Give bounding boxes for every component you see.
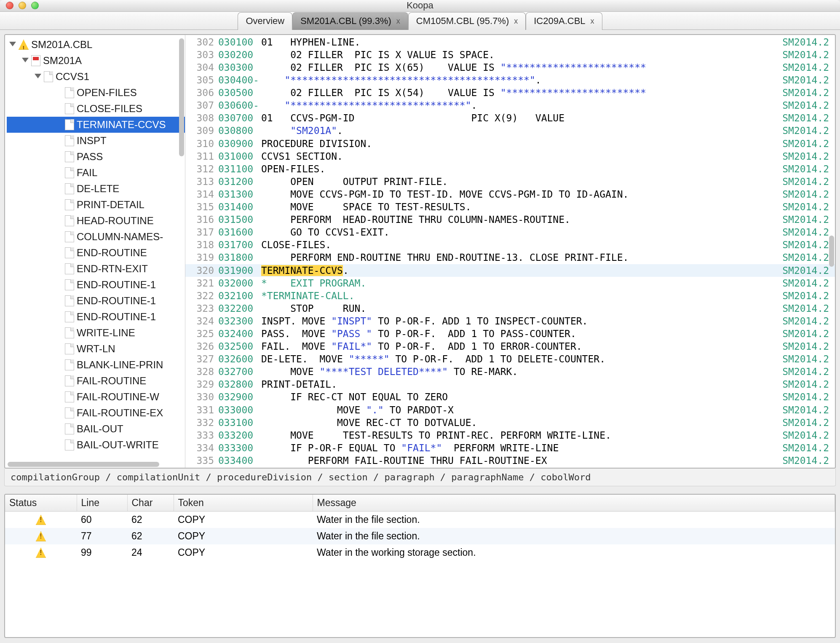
- source-text: 01 CCVS-PGM-ID PIC X(9) VALUE: [261, 112, 772, 124]
- tree-node[interactable]: PASS: [7, 149, 185, 165]
- tree-node[interactable]: BLANK-LINE-PRIN: [7, 357, 185, 373]
- col-status[interactable]: Status: [5, 495, 77, 512]
- tree-node[interactable]: BAIL-OUT: [7, 421, 185, 437]
- tree-node[interactable]: END-ROUTINE: [7, 245, 185, 261]
- message-row[interactable]: 9924COPYWater in the working storage sec…: [5, 544, 835, 561]
- code-line[interactable]: 306030500 02 FILLER PIC IS X(54) VALUE I…: [185, 86, 835, 99]
- source-tag: SM2014.2: [772, 74, 835, 86]
- tree-node[interactable]: OPEN-FILES: [7, 85, 185, 101]
- code-line[interactable]: 310030900 PROCEDURE DIVISION.SM2014.2: [185, 137, 835, 150]
- col-char[interactable]: Char: [127, 495, 174, 512]
- tree-node[interactable]: SM201A.CBL: [7, 37, 185, 53]
- messages-panel[interactable]: Status Line Char Token Message 6062COPYW…: [4, 494, 836, 638]
- code-line[interactable]: 321032000* EXIT PROGRAM.SM2014.2: [185, 277, 835, 289]
- col-message[interactable]: Message: [313, 495, 835, 512]
- code-line[interactable]: 305030400- "****************************…: [185, 74, 835, 86]
- code-line[interactable]: 312031100 OPEN-FILES.SM2014.2: [185, 163, 835, 175]
- tree-node[interactable]: FAIL-ROUTINE-W: [7, 389, 185, 405]
- code-line[interactable]: 333033200 MOVE TEST-RESULTS TO PRINT-REC…: [185, 429, 835, 442]
- code-line[interactable]: 327032600 DE-LETE. MOVE "*****" TO P-OR-…: [185, 353, 835, 365]
- code-line[interactable]: 328032700 MOVE "****TEST DELETED****" TO…: [185, 365, 835, 378]
- code-line[interactable]: 318031700 CLOSE-FILES.SM2014.2: [185, 238, 835, 251]
- tree-node[interactable]: DE-LETE: [7, 181, 185, 197]
- tab-2[interactable]: CM105M.CBL (95.7%)x: [408, 12, 526, 30]
- code-line[interactable]: 331033000 MOVE "." TO PARDOT-XSM2014.2: [185, 404, 835, 416]
- source-tag: SM2014.2: [772, 353, 835, 365]
- code-line[interactable]: 316031500 PERFORM HEAD-ROUTINE THRU COLU…: [185, 213, 835, 226]
- disclosure-triangle-icon[interactable]: [9, 42, 16, 48]
- sequence-number: 031900: [218, 264, 261, 277]
- scrollbar-vertical[interactable]: [179, 38, 184, 156]
- file-icon: [65, 199, 74, 210]
- col-line[interactable]: Line: [77, 495, 127, 512]
- tree-label: FAIL: [77, 165, 97, 181]
- code-line[interactable]: 317031600 GO TO CCVS1-EXIT.SM2014.2: [185, 226, 835, 238]
- tree-node[interactable]: END-RTN-EXIT: [7, 261, 185, 277]
- code-line[interactable]: 303030200 02 FILLER PIC IS X VALUE IS SP…: [185, 48, 835, 61]
- disclosure-triangle-icon[interactable]: [35, 74, 41, 80]
- source-text: PERFORM HEAD-ROUTINE THRU COLUMN-NAMES-R…: [261, 213, 772, 226]
- tree-node[interactable]: SM201A: [7, 53, 185, 69]
- tree-node[interactable]: FAIL: [7, 165, 185, 181]
- source-tag: SM2014.2: [772, 429, 835, 442]
- code-line[interactable]: 322032100*TERMINATE-CALL.SM2014.2: [185, 289, 835, 302]
- code-line[interactable]: 309030800 "SM201A".SM2014.2: [185, 124, 835, 137]
- code-line[interactable]: 319031800 PERFORM END-ROUTINE THRU END-R…: [185, 251, 835, 264]
- tree-node[interactable]: FAIL-ROUTINE-EX: [7, 405, 185, 421]
- tree-node[interactable]: END-ROUTINE-1: [7, 309, 185, 325]
- code-line[interactable]: 332033100 MOVE REC-CT TO DOTVALUE.SM2014…: [185, 416, 835, 429]
- code-line[interactable]: 324032300 INSPT. MOVE "INSPT" TO P-OR-F.…: [185, 315, 835, 327]
- tree-node[interactable]: TERMINATE-CCVS: [7, 117, 185, 133]
- outline-tree[interactable]: SM201A.CBLSM201ACCVS1OPEN-FILESCLOSE-FIL…: [5, 35, 185, 468]
- tree-node[interactable]: FAIL-ROUTINE: [7, 373, 185, 389]
- code-line[interactable]: 311031000 CCVS1 SECTION.SM2014.2: [185, 150, 835, 163]
- file-icon: [65, 87, 74, 98]
- scrollbar-vertical[interactable]: [829, 236, 834, 267]
- source-text: *TERMINATE-CALL.: [261, 289, 772, 302]
- code-line[interactable]: 302030100 01 HYPHEN-LINE.SM2014.2: [185, 36, 835, 48]
- code-line[interactable]: 334033300 IF P-OR-F EQUAL TO "FAIL*" PER…: [185, 442, 835, 454]
- tree-node[interactable]: INSPT: [7, 133, 185, 149]
- code-line[interactable]: 307030600- "****************************…: [185, 99, 835, 112]
- code-editor[interactable]: 302030100 01 HYPHEN-LINE.SM2014.23030302…: [185, 35, 835, 468]
- source-text: PASS. MOVE "PASS " TO P-OR-F. ADD 1 TO P…: [261, 327, 772, 340]
- tab-0[interactable]: Overview: [238, 12, 292, 30]
- disclosure-triangle-icon[interactable]: [22, 58, 29, 64]
- tree-node[interactable]: END-ROUTINE-1: [7, 277, 185, 293]
- tree-node[interactable]: HEAD-ROUTINE: [7, 213, 185, 229]
- tree-label: SM201A.CBL: [31, 37, 92, 53]
- tree-node[interactable]: WRITE-LINE: [7, 325, 185, 341]
- message-row[interactable]: 7762COPYWater in the file section.: [5, 528, 835, 544]
- code-line[interactable]: 313031200 OPEN OUTPUT PRINT-FILE.SM2014.…: [185, 175, 835, 188]
- scrollbar-horizontal[interactable]: [8, 462, 159, 467]
- tree-node[interactable]: END-ROUTINE-1: [7, 293, 185, 309]
- source-tag: SM2014.2: [772, 340, 835, 353]
- code-line[interactable]: 315031400 MOVE SPACE TO TEST-RESULTS.SM2…: [185, 201, 835, 213]
- code-line[interactable]: 320031900 TERMINATE-CCVS.SM2014.2: [185, 264, 835, 277]
- code-line[interactable]: 308030700 01 CCVS-PGM-ID PIC X(9) VALUES…: [185, 112, 835, 124]
- line-number: 321: [185, 277, 218, 289]
- tab-1[interactable]: SM201A.CBL (99.3%)x: [292, 12, 408, 30]
- tree-node[interactable]: BAIL-OUT-WRITE: [7, 437, 185, 453]
- code-line[interactable]: 314031300 MOVE CCVS-PGM-ID TO TEST-ID. M…: [185, 188, 835, 201]
- code-line[interactable]: 329032800 PRINT-DETAIL.SM2014.2: [185, 378, 835, 391]
- line-number: 320: [185, 264, 218, 277]
- code-line[interactable]: 335033400 PERFORM FAIL-ROUTINE THRU FAIL…: [185, 454, 835, 467]
- tree-node[interactable]: CLOSE-FILES: [7, 101, 185, 117]
- col-token[interactable]: Token: [174, 495, 313, 512]
- code-line[interactable]: 326032500 FAIL. MOVE "FAIL*" TO P-OR-F. …: [185, 340, 835, 353]
- cell-message: Water in the file section.: [313, 512, 835, 528]
- code-line[interactable]: 323032200 STOP RUN.SM2014.2: [185, 302, 835, 315]
- close-tab-icon[interactable]: x: [591, 17, 594, 26]
- message-row[interactable]: 6062COPYWater in the file section.: [5, 512, 835, 528]
- close-tab-icon[interactable]: x: [396, 17, 400, 26]
- code-line[interactable]: 304030300 02 FILLER PIC IS X(65) VALUE I…: [185, 61, 835, 74]
- tree-node[interactable]: CCVS1: [7, 69, 185, 85]
- tree-node[interactable]: PRINT-DETAIL: [7, 197, 185, 213]
- code-line[interactable]: 325032400 PASS. MOVE "PASS " TO P-OR-F. …: [185, 327, 835, 340]
- tab-3[interactable]: IC209A.CBLx: [526, 12, 602, 30]
- tree-node[interactable]: WRT-LN: [7, 341, 185, 357]
- close-tab-icon[interactable]: x: [514, 17, 518, 26]
- code-line[interactable]: 330032900 IF REC-CT NOT EQUAL TO ZEROSM2…: [185, 391, 835, 403]
- tree-node[interactable]: COLUMN-NAMES-: [7, 229, 185, 245]
